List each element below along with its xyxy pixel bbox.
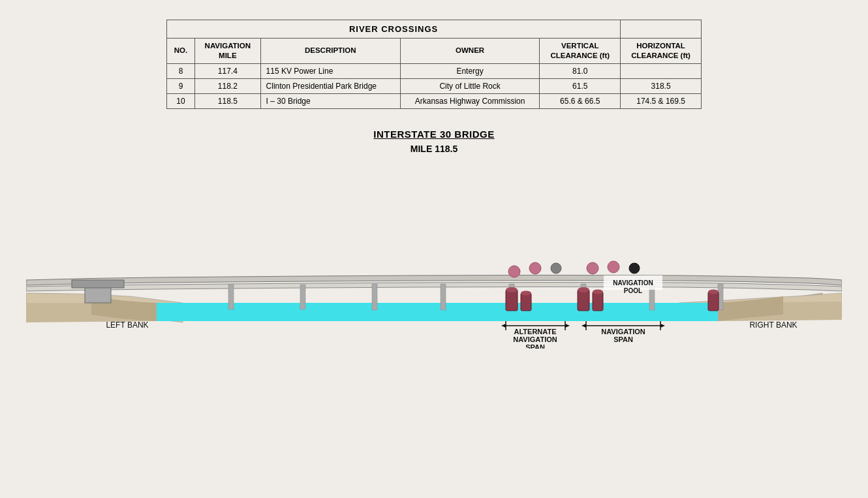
cell-nav-mile: 118.2 [195,78,261,93]
nav-span-label: NAVIGATION [601,328,645,335]
left-bank-label: LEFT BANK [106,320,148,330]
svg-point-23 [551,263,561,273]
alt-nav-span-label2: NAVIGATION [513,335,557,343]
svg-marker-29 [501,324,506,328]
cell-horizontal [621,63,702,78]
alt-nav-span-label: ALTERNATE [514,328,557,335]
svg-rect-13 [521,293,531,311]
svg-marker-30 [565,324,570,328]
diagram-title: INTERSTATE 30 BRIDGE [26,129,842,140]
right-bank-label: RIGHT BANK [749,320,797,330]
svg-rect-19 [708,292,719,311]
cell-owner: Entergy [400,63,539,78]
cell-no: 9 [167,78,195,93]
svg-rect-3 [228,285,234,309]
cell-description: I – 30 Bridge [260,93,400,108]
svg-point-16 [578,287,589,292]
col-header-vertical: VERTICALCLEARANCE (ft) [540,39,621,64]
table-title: RIVER CROSSINGS [167,20,621,39]
cell-horizontal: 318.5 [621,78,702,93]
svg-point-14 [521,290,531,295]
nav-pool-label: NAVIGATION [613,279,653,287]
svg-point-18 [593,289,603,294]
svg-rect-0 [157,303,718,321]
nav-pool-label2: POOL [624,287,642,294]
table-row: 8 117.4 115 KV Power Line Entergy 81.0 [167,63,702,78]
svg-point-12 [506,287,518,292]
svg-marker-34 [581,324,586,328]
svg-marker-35 [660,324,665,328]
table-row: 10 118.5 I – 30 Bridge Arkansas Highway … [167,93,702,108]
nav-span-label2: SPAN [613,335,633,343]
svg-rect-4 [300,285,305,309]
table-section: RIVER CROSSINGS NO. NAVIGATIONMILE DESCR… [26,20,842,109]
svg-point-20 [708,289,719,294]
col-header-description: DESCRIPTION [260,39,400,64]
svg-rect-11 [506,290,518,311]
river-crossings-table: RIVER CROSSINGS NO. NAVIGATIONMILE DESCR… [166,20,702,109]
svg-rect-5 [372,284,377,310]
cell-owner: Arkansas Highway Commission [400,93,539,108]
diagram-subtitle: MILE 118.5 [26,144,842,154]
cell-vertical: 81.0 [540,63,621,78]
cell-description: Clinton Presidential Park Bridge [260,78,400,93]
diagram-section: INTERSTATE 30 BRIDGE MILE 118.5 [26,129,842,349]
cell-horizontal: 174.5 & 169.5 [621,93,702,108]
cell-vertical: 65.6 & 66.5 [540,93,621,108]
col-header-no: NO. [167,39,195,64]
svg-rect-17 [593,292,603,311]
cell-nav-mile: 118.5 [195,93,261,108]
bridge-svg: NAVIGATION POOL LEFT BANK RIGHT BANK ALT… [26,166,842,349]
svg-point-21 [508,266,520,277]
col-header-owner: OWNER [400,39,539,64]
col-header-horizontal: HORIZONTALCLEARANCE (ft) [621,39,702,64]
col-header-nav-mile: NAVIGATIONMILE [195,39,261,64]
cell-description: 115 KV Power Line [260,63,400,78]
svg-point-24 [587,262,598,274]
alt-nav-span-label3: SPAN [525,343,545,349]
cell-nav-mile: 117.4 [195,63,261,78]
svg-point-25 [608,261,619,273]
cell-vertical: 61.5 [540,78,621,93]
svg-rect-15 [578,290,589,311]
svg-point-22 [529,262,541,274]
cell-owner: City of Little Rock [400,78,539,93]
bridge-diagram: NAVIGATION POOL LEFT BANK RIGHT BANK ALT… [26,166,842,349]
table-row: 9 118.2 Clinton Presidential Park Bridge… [167,78,702,93]
svg-point-26 [629,263,640,273]
cell-no: 10 [167,93,195,108]
svg-rect-6 [441,284,446,310]
cell-no: 8 [167,63,195,78]
svg-rect-2 [72,280,124,288]
